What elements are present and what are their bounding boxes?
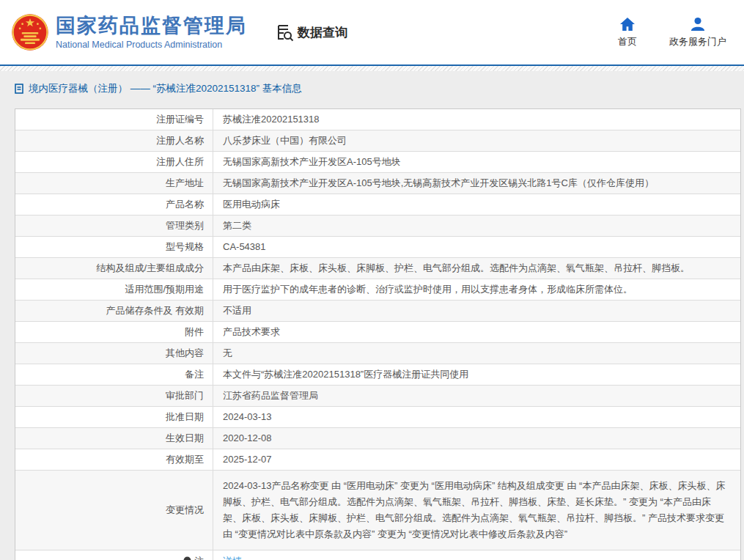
row-value: 第二类 bbox=[213, 215, 740, 236]
data-query-icon bbox=[275, 23, 294, 42]
row-value: 江苏省药品监督管理局 bbox=[213, 386, 740, 406]
site-title: 国家药品监督管理局 bbox=[56, 15, 247, 37]
table-row: 注册人住所无锡国家高新技术产业开发区A-105号地块 bbox=[15, 152, 740, 173]
row-value: 2025-12-07 bbox=[213, 449, 740, 470]
nav-portal[interactable]: 政务服务门户 bbox=[669, 17, 726, 48]
row-value: 无 bbox=[213, 343, 740, 364]
row-value: 不适用 bbox=[213, 301, 740, 321]
row-label: 生效日期 bbox=[15, 428, 213, 449]
table-row: 审批部门江苏省药品监督管理局 bbox=[15, 386, 740, 407]
table-row: 变更情况2024-03-13产品名称变更 由 “医用电动床” 变更为 “医用电动… bbox=[15, 471, 740, 550]
table-row: 注册证编号苏械注准20202151318 bbox=[15, 109, 740, 130]
breadcrumb: 境内医疗器械（注册） —— “苏械注准20202151318” 基本信息 bbox=[15, 81, 741, 96]
row-label: 适用范围/预期用途 bbox=[15, 279, 213, 300]
row-value: 无锡国家高新技术产业开发区A-105号地块 bbox=[213, 152, 740, 172]
document-icon bbox=[15, 84, 23, 94]
table-row: 产品名称医用电动病床 bbox=[15, 194, 740, 215]
table-row: 注册人名称八乐梦床业（中国）有限公司 bbox=[15, 130, 740, 152]
brand: 国家药品监督管理局 National Medical Products Admi… bbox=[11, 13, 247, 51]
header: 国家药品监督管理局 National Medical Products Admi… bbox=[0, 0, 744, 65]
row-label: 附件 bbox=[15, 322, 213, 342]
row-label: 管理类别 bbox=[15, 215, 213, 236]
row-label: 注 bbox=[15, 550, 213, 560]
top-nav: 首页 政务服务门户 bbox=[618, 17, 744, 48]
row-value: 本文件与“苏械注准20202151318”医疗器械注册证共同使用 bbox=[213, 364, 740, 385]
brand-text: 国家药品监督管理局 National Medical Products Admi… bbox=[56, 15, 247, 49]
bulb-icon bbox=[183, 556, 192, 560]
nav-data-query[interactable]: 数据查询 bbox=[275, 23, 347, 42]
row-label: 批准日期 bbox=[15, 407, 213, 427]
site-subtitle: National Medical Products Administration bbox=[56, 40, 247, 50]
table-row: 备注本文件与“苏械注准20202151318”医疗器械注册证共同使用 bbox=[15, 364, 740, 386]
nav-portal-label: 政务服务门户 bbox=[669, 35, 726, 48]
table-row: 型号规格CA-54381 bbox=[15, 237, 740, 258]
info-table: 注册证编号苏械注准20202151318注册人名称八乐梦床业（中国）有限公司注册… bbox=[15, 108, 741, 560]
row-value: 产品技术要求 bbox=[213, 322, 740, 342]
row-value: 2020-12-08 bbox=[213, 428, 740, 449]
nmpa-emblem-logo bbox=[11, 13, 49, 51]
decorative-strip bbox=[0, 66, 744, 71]
row-label: 产品名称 bbox=[15, 194, 213, 215]
table-row-note: 注 详情 bbox=[15, 550, 740, 560]
table-row: 其他内容无 bbox=[15, 343, 740, 364]
row-value: 2024-03-13 bbox=[213, 407, 740, 427]
row-value: 无锡国家高新技术产业开发区A-105号地块,无锡高新技术产业开发区锡兴北路1号C… bbox=[213, 173, 740, 194]
row-label: 注册人名称 bbox=[15, 130, 213, 151]
row-value: 用于医疗监护下的成年患者的诊断、治疗或监护时使用，用以支撑患者身体，形成临床所需… bbox=[213, 279, 740, 300]
table-row: 附件产品技术要求 bbox=[15, 322, 740, 343]
nav-home[interactable]: 首页 bbox=[618, 17, 637, 48]
table-row: 产品储存条件及 有效期不适用 bbox=[15, 301, 740, 322]
home-icon bbox=[619, 17, 636, 32]
row-label: 审批部门 bbox=[15, 386, 213, 406]
table-row: 管理类别第二类 bbox=[15, 215, 740, 237]
row-value: 2024-03-13产品名称变更 由 “医用电动床” 变更为 “医用电动病床” … bbox=[213, 471, 740, 550]
note-label: 注 bbox=[194, 555, 204, 560]
main-content: 境内医疗器械（注册） —— “苏械注准20202151318” 基本信息 注册证… bbox=[0, 71, 744, 560]
row-label: 备注 bbox=[15, 364, 213, 385]
data-query-label: 数据查询 bbox=[298, 24, 347, 41]
row-value: 医用电动病床 bbox=[213, 194, 740, 215]
user-icon bbox=[690, 17, 706, 32]
nav-home-label: 首页 bbox=[618, 35, 637, 48]
row-label: 产品储存条件及 有效期 bbox=[15, 301, 213, 321]
row-label: 有效期至 bbox=[15, 449, 213, 470]
row-value: 苏械注准20202151318 bbox=[213, 109, 740, 130]
breadcrumb-text: 境内医疗器械（注册） —— “苏械注准20202151318” 基本信息 bbox=[29, 82, 302, 95]
table-row: 生效日期2020-12-08 bbox=[15, 428, 740, 449]
row-label: 生产地址 bbox=[15, 173, 213, 194]
row-value: CA-54381 bbox=[213, 237, 740, 257]
table-row: 有效期至2025-12-07 bbox=[15, 449, 740, 471]
table-row: 批准日期2024-03-13 bbox=[15, 407, 740, 428]
row-value: 本产品由床架、床板、床头板、床脚板、护栏、电气部分组成。选配件为点滴架、氧气瓶架… bbox=[213, 258, 740, 279]
table-row: 生产地址无锡国家高新技术产业开发区A-105号地块,无锡高新技术产业开发区锡兴北… bbox=[15, 173, 740, 194]
row-value: 八乐梦床业（中国）有限公司 bbox=[213, 130, 740, 151]
row-label: 其他内容 bbox=[15, 343, 213, 364]
row-label: 结构及组成/主要组成成分 bbox=[15, 258, 213, 279]
detail-link[interactable]: 详情 bbox=[223, 554, 242, 560]
table-row: 结构及组成/主要组成成分本产品由床架、床板、床头板、床脚板、护栏、电气部分组成。… bbox=[15, 258, 740, 279]
row-label: 注册人住所 bbox=[15, 152, 213, 172]
row-label: 变更情况 bbox=[15, 471, 213, 550]
row-value: 详情 bbox=[213, 550, 740, 560]
row-label: 型号规格 bbox=[15, 237, 213, 257]
table-row: 适用范围/预期用途用于医疗监护下的成年患者的诊断、治疗或监护时使用，用以支撑患者… bbox=[15, 279, 740, 301]
row-label: 注册证编号 bbox=[15, 109, 213, 130]
